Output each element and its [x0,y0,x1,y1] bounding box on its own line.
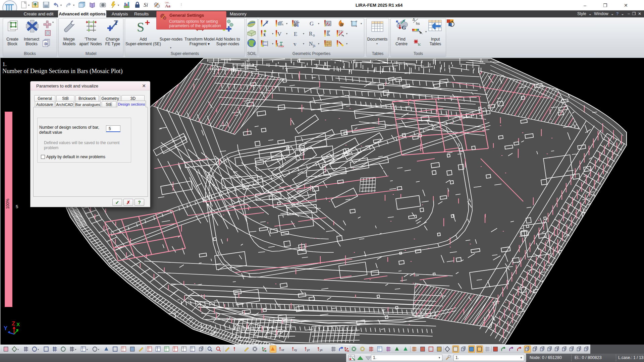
svg-text:▾: ▾ [38,348,39,351]
svg-text:R: R [340,22,343,27]
svg-text:yx: yx [320,348,323,352]
svg-text:Y: Y [4,325,8,331]
svg-text:▾: ▾ [28,4,30,7]
svg-text:Si: Si [144,2,148,8]
svg-text:Aa: Aa [165,3,170,8]
svg-text:T: T [114,19,118,26]
svg-text:js: js [313,44,315,48]
svg-text:X: X [16,321,20,327]
svg-text:▾: ▾ [73,4,74,7]
svg-text:V: V [277,31,282,37]
svg-text:tc: tc [418,42,421,47]
svg-text:G: G [310,20,314,27]
svg-text:yz: yz [307,348,310,352]
svg-text:S: S [137,19,144,34]
svg-text:x̄: x̄ [263,32,266,37]
svg-text:E: E [294,31,297,37]
svg-text:+: + [145,19,150,27]
svg-text:xy: xy [294,348,297,352]
svg-text:N: N [309,41,313,47]
svg-text:Z: Z [12,320,15,327]
svg-text:4: 4 [297,23,299,27]
svg-text:D: D [44,41,47,46]
svg-text:▾: ▾ [118,4,119,7]
svg-text:σ: σ [356,20,357,23]
svg-text:T: T [266,20,268,24]
svg-text:Δ: Δ [413,17,415,21]
svg-text:▾: ▾ [17,348,19,351]
svg-text:xz: xz [281,348,284,352]
svg-text:ν: ν [294,41,296,47]
svg-text:▾: ▾ [87,348,88,351]
svg-text:▾: ▾ [75,348,76,351]
svg-text:⋮: ⋮ [180,3,183,6]
svg-text:R: R [309,31,313,37]
svg-text:hs: hs [416,21,420,25]
svg-text:▾: ▾ [98,348,99,351]
svg-text:o: o [313,34,315,37]
svg-text:▾: ▾ [60,4,62,7]
svg-text:G: G [402,25,406,31]
